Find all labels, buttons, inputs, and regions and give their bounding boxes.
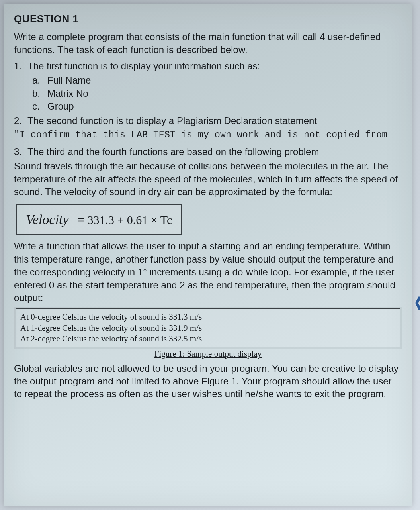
item-1b: b.Matrix No: [32, 87, 402, 100]
item-2-text: The second function is to display a Plag…: [27, 115, 317, 126]
question-page: QUESTION 1 Write a complete program that…: [4, 4, 412, 506]
question-title: QUESTION 1: [14, 12, 402, 26]
formula-lhs: Velocity: [26, 212, 69, 227]
output-line-3: At 2-degree Celsius the velocity of soun…: [20, 333, 396, 344]
item-2: 2.The second function is to display a Pl…: [14, 114, 402, 127]
task-paragraph: Write a function that allows the user to…: [14, 240, 402, 304]
item-1b-label: b.: [32, 87, 47, 100]
item-3: 3.The third and the fourth functions are…: [14, 145, 402, 158]
item-1b-text: Matrix No: [47, 88, 88, 99]
item-3-number: 3.: [14, 145, 27, 158]
item-1-text: The first function is to display your in…: [27, 61, 260, 71]
item-1a-text: Full Name: [47, 75, 91, 86]
output-line-2: At 1-degree Celsius the velocity of soun…: [20, 323, 396, 333]
chevron-left-icon[interactable]: ‹: [414, 281, 420, 320]
output-line-1: At 0-degree Celsius the velocity of soun…: [20, 312, 396, 322]
item-3-text: The third and the fourth functions are b…: [27, 146, 319, 157]
problem-paragraph: Sound travels through the air because of…: [14, 160, 402, 198]
sample-output-box: At 0-degree Celsius the velocity of soun…: [16, 308, 400, 347]
item-1c: c.Group: [32, 100, 402, 113]
formula-box: Velocity = 331.3 + 0.61 × Tc: [16, 204, 182, 235]
item-1: 1.The first function is to display your …: [14, 60, 402, 73]
item-2-number: 2.: [14, 114, 27, 127]
item-1-number: 1.: [14, 60, 27, 73]
item-1a-label: a.: [32, 74, 47, 87]
plagiarism-statement: "I confirm that this LAB TEST is my own …: [14, 129, 402, 141]
item-1c-text: Group: [47, 101, 74, 112]
item-1c-label: c.: [32, 100, 47, 113]
closing-paragraph: Global variables are not allowed to be u…: [14, 362, 402, 401]
figure-caption: Figure 1: Sample output display: [14, 348, 402, 359]
formula-rhs: = 331.3 + 0.61 × Tc: [78, 213, 172, 226]
intro-paragraph: Write a complete program that consists o…: [14, 31, 402, 57]
item-1a: a.Full Name: [32, 74, 402, 87]
